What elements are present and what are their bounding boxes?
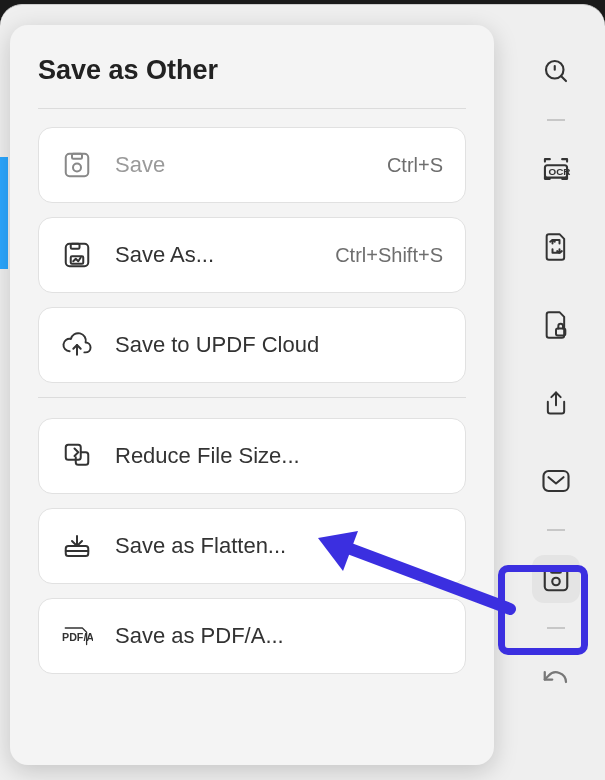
svg-rect-2 [72,154,82,159]
toolbar-save[interactable] [532,555,580,603]
option-label: Reduce File Size... [115,443,443,469]
option-save-flatten[interactable]: Save as Flatten... [38,508,466,584]
svg-text:OCR: OCR [549,166,571,177]
panel-title: Save as Other [38,55,466,86]
disk-icon [61,149,93,181]
option-save-pdfa[interactable]: PDF/A Save as PDF/A... [38,598,466,674]
share-icon [542,388,570,418]
option-save[interactable]: Save Ctrl+S [38,127,466,203]
envelope-icon [541,468,571,494]
svg-rect-22 [551,568,561,573]
svg-point-21 [552,578,560,586]
page-arrows-icon [542,231,570,263]
option-reduce-file-size[interactable]: Reduce File Size... [38,418,466,494]
toolbar-convert[interactable] [532,223,580,271]
svg-point-1 [73,164,81,172]
option-label: Save to UPDF Cloud [115,332,443,358]
toolbar-separator [547,529,565,531]
undo-icon [541,664,571,690]
file-shrink-icon [61,440,93,472]
option-shortcut: Ctrl+Shift+S [335,244,443,267]
app-frame: Save as Other Save Ctrl+S Save As... Ctr… [0,4,605,780]
toolbar-ocr[interactable]: OCR [532,145,580,193]
svg-rect-20 [545,568,568,591]
toolbar-protect[interactable] [532,301,580,349]
left-active-indicator [0,157,8,269]
ocr-icon: OCR [540,154,572,184]
svg-text:PDF/A: PDF/A [62,631,93,643]
divider [38,397,466,398]
disk-image-icon [61,239,93,271]
svg-rect-4 [71,244,80,249]
cloud-upload-icon [61,329,93,361]
save-as-other-panel: Save as Other Save Ctrl+S Save As... Ctr… [10,25,494,765]
toolbar-separator [547,627,565,629]
page-lock-icon [542,309,570,341]
toolbar-separator [547,119,565,121]
option-save-as[interactable]: Save As... Ctrl+Shift+S [38,217,466,293]
tray-down-icon [61,530,93,562]
option-label: Save as Flatten... [115,533,443,559]
disk-icon [541,564,571,594]
toolbar-share[interactable] [532,379,580,427]
option-save-cloud[interactable]: Save to UPDF Cloud [38,307,466,383]
option-label: Save as PDF/A... [115,623,443,649]
toolbar-search[interactable] [532,47,580,95]
toolbar-undo[interactable] [532,653,580,701]
svg-line-13 [561,76,566,81]
pdfa-icon: PDF/A [61,620,93,652]
option-label: Save As... [115,242,335,268]
svg-rect-19 [544,471,569,491]
divider [38,108,466,109]
right-toolbar: OCR [507,9,605,780]
option-shortcut: Ctrl+S [387,154,443,177]
option-label: Save [115,152,387,178]
toolbar-mail[interactable] [532,457,580,505]
search-icon [541,56,571,86]
svg-rect-0 [66,154,89,177]
